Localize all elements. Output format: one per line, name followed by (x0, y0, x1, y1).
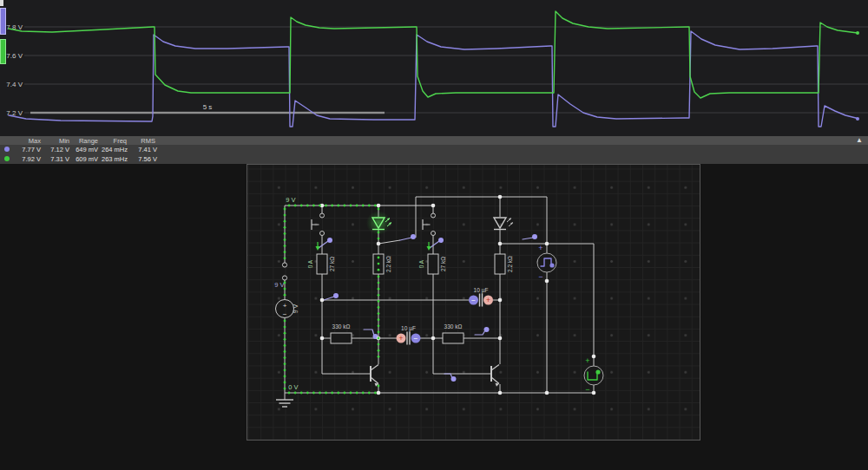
ground-symbol[interactable] (276, 400, 293, 407)
svg-text:+: + (585, 356, 589, 365)
svg-text:9 V: 9 V (293, 304, 299, 313)
switch-lever-f-left[interactable] (364, 330, 378, 339)
svg-text:−: − (414, 334, 418, 343)
trace-end-dot (856, 31, 859, 35)
transistor-q1[interactable] (371, 365, 378, 387)
svg-text:0 A: 0 A (307, 259, 313, 268)
node-label-0v: 0 V (288, 383, 298, 391)
blue-freq: 264 mHz (98, 146, 128, 153)
switch-lever-b[interactable] (430, 238, 444, 248)
svg-text:−: − (471, 296, 476, 304)
svg-text:−: − (538, 272, 542, 281)
blue-range: 649 mV (69, 146, 98, 153)
current-arrow-right (427, 242, 431, 251)
svg-text:330 kΩ: 330 kΩ (332, 323, 351, 330)
svg-text:+: + (283, 302, 287, 310)
legend-swatch-blue[interactable] (0, 8, 6, 35)
svg-text:0 A: 0 A (418, 259, 424, 268)
push-button-right[interactable] (423, 213, 436, 236)
svg-text:−: − (283, 310, 287, 318)
resistor-27k-right[interactable]: 0 A27 kΩ (418, 254, 446, 274)
svg-text:2.2 kΩ: 2.2 kΩ (507, 256, 513, 272)
transistor-q2[interactable] (491, 365, 499, 387)
current-arrow-left (316, 242, 320, 251)
switch-lever-d[interactable] (523, 234, 537, 239)
time-scale-label: 5 s (203, 103, 213, 111)
col-range: Range (69, 137, 98, 145)
junction-dots (320, 195, 596, 395)
trace-end-dot (856, 117, 859, 121)
scope-trace-probe-green (9, 11, 859, 98)
svg-text:27 kΩ: 27 kΩ (440, 257, 446, 271)
resistor-330k-right[interactable]: 330 kΩ (443, 323, 464, 343)
blue-min: 7.12 V (41, 146, 69, 153)
svg-text:+: + (486, 296, 490, 304)
collapse-scope-icon[interactable]: ▲ (856, 136, 863, 145)
svg-text:+: + (399, 334, 404, 343)
circuit-schematic: +−9 V9 V9 V0 V0 A27 kΩ2.2 kΩ0 A27 kΩ2.2 … (247, 165, 700, 440)
green-freq: 263 mHz (98, 155, 128, 163)
scope-plot: 7.8 V7.6 V7.4 V7.2 V5 s (0, 0, 868, 136)
resistor-330k-left[interactable]: 330 kΩ (331, 323, 352, 343)
capacitor-10uf-bottom[interactable]: −+10 µF (397, 325, 421, 345)
col-rms: RMS (127, 137, 155, 145)
resistor-27k-left[interactable]: 0 A27 kΩ (307, 254, 335, 274)
scope-gridline: 7.8 V (6, 23, 868, 31)
switch-lever-f-right[interactable] (475, 327, 490, 335)
svg-text:+: + (538, 244, 542, 252)
capacitor-10uf-top[interactable]: −+10 µF (469, 287, 493, 307)
col-max: Max (0, 137, 41, 145)
stats-column-headers: Max Min Range Freq RMS (0, 137, 191, 145)
switch-lever-c[interactable] (400, 234, 416, 240)
legend-swatch-green[interactable] (0, 39, 6, 64)
stat-row-blue[interactable]: 7.77 V 7.12 V 649 mV 264 mHz 7.41 V (0, 145, 191, 154)
svg-text:2.2 kΩ: 2.2 kΩ (385, 256, 391, 272)
green-min: 7.31 V (41, 155, 69, 163)
scope-gridline: 7.6 V (6, 52, 868, 60)
app-window: 7.8 V7.6 V7.4 V7.2 V5 s Max Min Range Fr… (0, 0, 868, 470)
time-scale-bar: 5 s (30, 103, 385, 114)
col-min: Min (41, 137, 69, 145)
stats-rows-band: 7.77 V 7.12 V 649 mV 264 mHz 7.41 V 7.92… (0, 145, 868, 164)
blue-rms: 7.41 V (128, 146, 157, 153)
current-flow-dots (284, 205, 380, 395)
stats-header-strip: Max Min Range Freq RMS ▲ (0, 136, 868, 145)
svg-text:−: − (585, 385, 589, 394)
battery-9v[interactable]: +−9 V (276, 300, 299, 319)
resistor-2.2k-right[interactable]: 2.2 kΩ (495, 254, 513, 274)
resistor-2.2k-left[interactable]: 2.2 kΩ (373, 254, 391, 274)
svg-text:330 kΩ: 330 kΩ (444, 323, 463, 330)
scope-y-label: 7.4 V (6, 81, 23, 88)
green-range: 609 mV (69, 155, 98, 163)
scope-gridline: 7.4 V (6, 81, 868, 88)
blue-max: 7.77 V (0, 146, 41, 153)
scope-y-label: 7.6 V (6, 52, 23, 60)
switch-lever-g[interactable] (444, 374, 457, 382)
led-right-off[interactable] (494, 218, 513, 230)
green-rms: 7.56 V (128, 155, 157, 163)
wires (285, 197, 594, 400)
connector-terminals[interactable] (282, 263, 286, 280)
svg-text:10 µF: 10 µF (474, 287, 489, 294)
oscilloscope-pane[interactable]: 7.8 V7.6 V7.4 V7.2 V5 s (0, 0, 868, 136)
svg-text:10 µF: 10 µF (401, 325, 416, 332)
push-button-left[interactable] (312, 213, 325, 236)
switch-lever-e[interactable] (324, 293, 339, 300)
col-freq: Freq (98, 137, 127, 145)
svg-text:27 kΩ: 27 kΩ (329, 257, 335, 271)
green-max: 7.92 V (0, 155, 41, 163)
switch-lever-a[interactable] (319, 238, 332, 248)
node-label-9v-top: 9 V (286, 196, 295, 204)
stat-row-green[interactable]: 7.92 V 7.31 V 609 mV 263 mHz 7.56 V (0, 154, 191, 164)
node-label-9v-mid: 9 V (274, 281, 284, 289)
circuit-canvas[interactable]: +−9 V9 V9 V0 V0 A27 kΩ2.2 kΩ0 A27 kΩ2.2 … (247, 164, 700, 441)
